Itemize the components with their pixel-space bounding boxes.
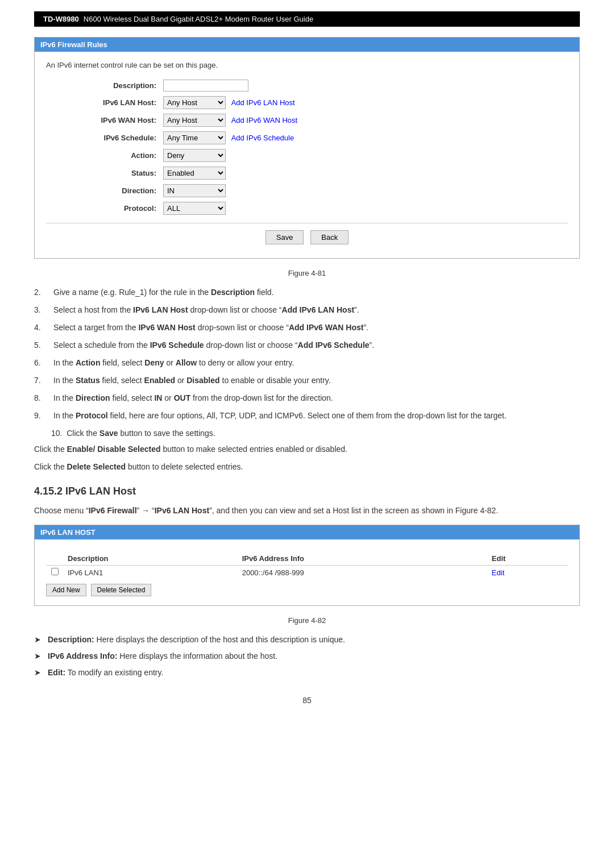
step-text: In the Direction field, select IN or OUT… — [53, 392, 580, 404]
ipv6-lan-host-select[interactable]: Any Host — [163, 96, 226, 109]
firewall-panel-body: An IPv6 internet control rule can be set… — [35, 52, 579, 258]
ipv6-wan-host-select[interactable]: Any Host — [163, 114, 226, 127]
check-col-header — [46, 552, 63, 566]
list-item: 3.Select a host from the IPv6 LAN Host d… — [34, 304, 580, 316]
lan-host-table: Description IPv6 Address Info Edit IPv6 … — [46, 552, 568, 579]
protocol-value-cell: ALL — [160, 200, 568, 217]
row-checkbox-cell — [46, 566, 63, 580]
step-text: Select a schedule from the IPv6 Schedule… — [53, 339, 580, 351]
lan-host-row: IPv6 LAN Host: Any Host Add IPv6 LAN Hos… — [46, 94, 568, 111]
ipv6-lan-host-value-cell: Any Host Add IPv6 LAN Host — [160, 94, 568, 111]
list-item: ➤Edit: To modify an existing entry. — [34, 667, 580, 679]
bullet-arrow-icon: ➤ — [34, 634, 43, 646]
firewall-panel-title: IPv6 Firewall Rules — [35, 38, 579, 52]
list-item: 2.Give a name (e.g. Rule_1) for the rule… — [34, 286, 580, 298]
bullet-text: Edit: To modify an existing entry. — [48, 667, 163, 679]
bullet-arrow-icon: ➤ — [34, 667, 43, 679]
status-label: Status: — [46, 164, 160, 182]
step-number: 4. — [34, 322, 48, 334]
firewall-form-table: Description: IPv6 LAN Host: Any Host Add… — [46, 77, 568, 217]
table-row: IPv6 LAN1 2000::/64 /988-999 Edit — [46, 566, 568, 580]
step-number: 7. — [34, 375, 48, 387]
step-text: In the Status field, select Enabled or D… — [53, 375, 580, 387]
description-input[interactable] — [163, 80, 248, 92]
figure-81-label: Figure 4-81 — [34, 269, 580, 277]
ipv6-lan-host-label: IPv6 LAN Host: — [46, 94, 160, 111]
bullet-text: Description: Here displays the descripti… — [48, 634, 345, 646]
step-number: 9. — [34, 410, 48, 422]
lan-host-header-row: Description IPv6 Address Info Edit — [46, 552, 568, 566]
direction-label: Direction: — [46, 182, 160, 200]
ipv6-schedule-value-cell: Any Time Add IPv6 Schedule — [160, 129, 568, 147]
edit-link[interactable]: Edit — [492, 568, 504, 577]
step-number: 6. — [34, 357, 48, 369]
list-item: ➤IPv6 Address Info: Here displays the in… — [34, 650, 580, 662]
step-number: 3. — [34, 304, 48, 316]
lan-host-table-body: IPv6 LAN1 2000::/64 /988-999 Edit — [46, 566, 568, 580]
step-text: Select a host from the IPv6 LAN Host dro… — [53, 304, 580, 316]
description-col-header: Description — [63, 552, 238, 566]
direction-value-cell: IN — [160, 182, 568, 200]
list-item: ➤Description: Here displays the descript… — [34, 634, 580, 646]
back-button[interactable]: Back — [310, 230, 349, 244]
delete-selected-button[interactable]: Delete Selected — [91, 584, 152, 596]
model-label: TD-W8980 — [43, 15, 79, 23]
protocol-label: Protocol: — [46, 200, 160, 217]
header-title: N600 Wireless Dual Band Gigabit ADSL2+ M… — [84, 15, 313, 23]
direction-select[interactable]: IN — [163, 184, 226, 197]
save-button[interactable]: Save — [265, 230, 304, 244]
firewall-panel: IPv6 Firewall Rules An IPv6 internet con… — [34, 37, 580, 259]
wan-host-row: IPv6 WAN Host: Any Host Add IPv6 WAN Hos… — [46, 111, 568, 129]
step-text: In the Action field, select Deny or Allo… — [53, 357, 580, 369]
action-row: Action: Deny — [46, 147, 568, 164]
firewall-description: An IPv6 internet control rule can be set… — [46, 61, 568, 69]
click-note: Click the Enable/ Disable Selected butto… — [34, 443, 580, 455]
lan-host-button-row: Add New Delete Selected — [46, 584, 568, 596]
click-notes-container: Click the Enable/ Disable Selected butto… — [34, 443, 580, 473]
description-row: Description: — [46, 77, 568, 94]
add-new-button[interactable]: Add New — [46, 584, 86, 596]
add-ipv6-schedule-link[interactable]: Add IPv6 Schedule — [231, 134, 294, 142]
status-value-cell: Enabled — [160, 164, 568, 182]
bullet-arrow-icon: ➤ — [34, 650, 43, 662]
add-ipv6-lan-host-link[interactable]: Add IPv6 LAN Host — [231, 98, 295, 107]
add-ipv6-wan-host-link[interactable]: Add IPv6 WAN Host — [231, 116, 298, 124]
list-item: 5.Select a schedule from the IPv6 Schedu… — [34, 339, 580, 351]
lan-host-panel: IPv6 LAN HOST Description IPv6 Address I… — [34, 525, 580, 606]
protocol-select[interactable]: ALL — [163, 202, 226, 215]
figure-82-label: Figure 4-82 — [34, 616, 580, 625]
step-text: Give a name (e.g. Rule_1) for the rule i… — [53, 286, 580, 298]
status-select[interactable]: Enabled — [163, 167, 226, 180]
list-item: 8.In the Direction field, select IN or O… — [34, 392, 580, 404]
step-number: 5. — [34, 339, 48, 351]
page-number: 85 — [34, 696, 580, 705]
step-text: Select a target from the IPv6 WAN Host d… — [53, 322, 580, 334]
lan-host-panel-body: Description IPv6 Address Info Edit IPv6 … — [35, 539, 579, 605]
ipv6-schedule-select[interactable]: Any Time — [163, 131, 226, 144]
action-select[interactable]: Deny — [163, 149, 226, 162]
list-item: 7.In the Status field, select Enabled or… — [34, 375, 580, 387]
lan-host-table-head: Description IPv6 Address Info Edit — [46, 552, 568, 566]
protocol-row: Protocol: ALL — [46, 200, 568, 217]
action-value-cell: Deny — [160, 147, 568, 164]
row-checkbox[interactable] — [51, 568, 59, 575]
firewall-button-row: Save Back — [46, 223, 568, 249]
click-note: Click the Delete Selected button to dele… — [34, 461, 580, 473]
lan-host-panel-title: IPv6 LAN HOST — [35, 525, 579, 539]
description-label: Description: — [46, 77, 160, 94]
direction-row: Direction: IN — [46, 182, 568, 200]
row-description: IPv6 LAN1 — [63, 566, 238, 580]
status-row: Status: Enabled — [46, 164, 568, 182]
list-item: 9.In the Protocol field, here are four o… — [34, 410, 580, 422]
header-bar: TD-W8980 N600 Wireless Dual Band Gigabit… — [34, 11, 580, 27]
description-value-cell — [160, 77, 568, 94]
action-label: Action: — [46, 147, 160, 164]
section-intro: Choose menu “IPv6 Firewall” → “IPv6 LAN … — [34, 504, 580, 517]
step-10: 10. Click the Save button to save the se… — [51, 429, 580, 438]
row-ipv6-address: 2000::/64 /988-999 — [238, 566, 487, 580]
ipv6-schedule-label: IPv6 Schedule: — [46, 129, 160, 147]
list-item: 6.In the Action field, select Deny or Al… — [34, 357, 580, 369]
schedule-row: IPv6 Schedule: Any Time Add IPv6 Schedul… — [46, 129, 568, 147]
bullet-list: ➤Description: Here displays the descript… — [34, 634, 580, 679]
ipv6-wan-host-value-cell: Any Host Add IPv6 WAN Host — [160, 111, 568, 129]
